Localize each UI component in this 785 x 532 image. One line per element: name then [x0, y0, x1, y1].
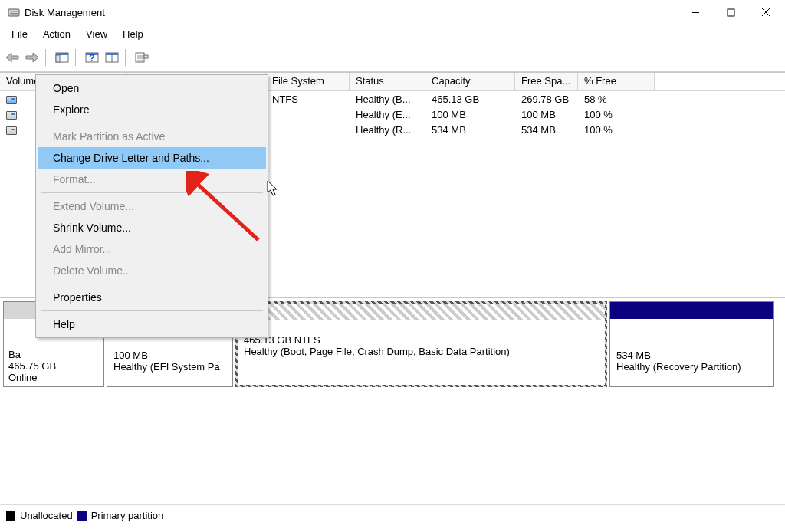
svg-rect-1	[10, 11, 18, 12]
cell-capacity: 534 MB	[425, 123, 515, 136]
ctx-help[interactable]: Help	[38, 314, 266, 335]
legend-swatch-primary	[77, 511, 87, 521]
ctx-divider	[41, 310, 263, 311]
svg-text:?: ?	[89, 52, 95, 64]
disk-label-cap: 465.75 GB	[8, 360, 99, 372]
partition-status: Healthy (Boot, Page File, Crash Dump, Ba…	[244, 346, 599, 357]
menu-file[interactable]: File	[5, 26, 34, 42]
cell-free: 100 MB	[515, 108, 578, 121]
list-settings-button[interactable]	[133, 48, 151, 67]
legend-unallocated: Unallocated	[20, 510, 73, 521]
partition-header	[610, 302, 773, 319]
partition-size: 465.13 GB NTFS	[244, 334, 599, 346]
disk-label-type: Ba	[8, 349, 99, 360]
svg-rect-2	[10, 13, 18, 15]
app-icon	[8, 6, 20, 18]
menu-action[interactable]: Action	[36, 26, 77, 42]
partition-status: Healthy (EFI System Pa	[113, 361, 226, 373]
drive-icon	[6, 96, 17, 104]
show-hide-console-tree-button[interactable]	[53, 48, 71, 67]
ctx-explore[interactable]: Explore	[38, 99, 266, 120]
cursor-icon	[267, 180, 279, 197]
cell-pfree: 100 %	[578, 108, 655, 121]
cell-free: 269.78 GB	[515, 93, 578, 106]
cell-status: Healthy (E...	[350, 108, 425, 121]
menubar: File Action View Help	[0, 25, 785, 47]
help-button[interactable]: ?	[83, 48, 101, 67]
ctx-format: Format...	[38, 169, 266, 190]
menu-view[interactable]: View	[79, 26, 114, 42]
volume-list-pane: Volume Layout Type File System Status Ca…	[0, 72, 785, 294]
forward-button[interactable]	[23, 48, 41, 67]
ctx-mark-active: Mark Partition as Active	[38, 126, 266, 147]
window-title: Disk Management	[25, 7, 678, 18]
toolbar-separator	[45, 49, 49, 66]
minimize-button[interactable]	[678, 0, 713, 25]
ctx-divider	[41, 123, 263, 123]
legend-primary: Primary partition	[91, 510, 164, 521]
ctx-divider	[41, 284, 263, 284]
back-button[interactable]	[3, 48, 21, 67]
cell-status: Healthy (B...	[350, 93, 425, 106]
svg-rect-9	[56, 55, 60, 62]
cell-pfree: 58 %	[578, 93, 655, 106]
col-capacity[interactable]: Capacity	[425, 73, 515, 90]
partition-recovery[interactable]: 534 MB Healthy (Recovery Partition)	[609, 301, 774, 387]
ctx-open[interactable]: Open	[38, 77, 266, 99]
drive-icon	[6, 126, 17, 135]
partition-status: Healthy (Recovery Partition)	[616, 361, 767, 373]
view-settings-button[interactable]	[103, 48, 121, 67]
partition-c-selected[interactable]: 465.13 GB NTFS Healthy (Boot, Page File,…	[235, 301, 607, 387]
cell-capacity: 465.13 GB	[425, 93, 515, 106]
ctx-change-drive-letter[interactable]: Change Drive Letter and Paths...	[38, 147, 266, 169]
partition-header	[238, 304, 605, 320]
cell-capacity: 100 MB	[425, 108, 515, 121]
col-pfree[interactable]: % Free	[578, 73, 655, 90]
toolbar: ?	[0, 47, 785, 72]
maximize-button[interactable]	[713, 0, 748, 25]
partition-size: 100 MB	[113, 350, 226, 361]
toolbar-separator	[125, 49, 129, 66]
disk-label-status: Online	[8, 372, 99, 383]
svg-rect-14	[106, 53, 118, 55]
ctx-extend: Extend Volume...	[38, 195, 266, 217]
context-menu: Open Explore Mark Partition as Active Ch…	[35, 74, 268, 338]
cell-fs	[266, 129, 350, 130]
ctx-delete: Delete Volume...	[38, 260, 266, 281]
partition-size: 534 MB	[616, 350, 767, 361]
cell-fs: NTFS	[266, 93, 350, 106]
svg-rect-4	[728, 9, 734, 16]
cell-pfree: 100 %	[578, 123, 655, 136]
toolbar-separator	[75, 49, 79, 66]
cell-free: 534 MB	[515, 123, 578, 136]
ctx-shrink[interactable]: Shrink Volume...	[38, 217, 266, 238]
ctx-properties[interactable]: Properties	[38, 287, 266, 308]
col-fs[interactable]: File System	[266, 73, 350, 90]
cell-status: Healthy (R...	[350, 123, 425, 136]
titlebar: Disk Management	[0, 0, 785, 25]
cell-fs	[266, 113, 350, 115]
ctx-divider	[41, 192, 263, 193]
svg-rect-20	[144, 55, 148, 58]
col-free[interactable]: Free Spa...	[515, 73, 578, 90]
svg-rect-0	[8, 9, 19, 16]
close-button[interactable]	[748, 0, 783, 25]
col-status[interactable]: Status	[350, 73, 425, 90]
legend: Unallocated Primary partition	[0, 504, 785, 521]
menu-help[interactable]: Help	[116, 26, 150, 42]
drive-icon	[6, 111, 17, 120]
window-controls	[678, 0, 783, 25]
legend-swatch-unallocated	[6, 511, 15, 521]
ctx-mirror: Add Mirror...	[38, 238, 266, 260]
